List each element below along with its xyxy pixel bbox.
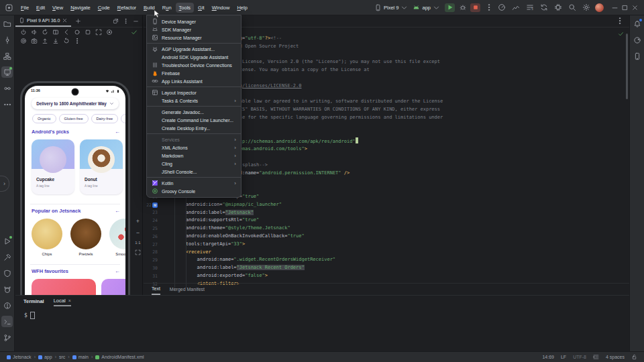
indent-widget[interactable]: 4 spaces bbox=[606, 355, 625, 359]
add-device-tab-icon[interactable] bbox=[75, 18, 81, 24]
recents-nav-icon[interactable] bbox=[85, 29, 91, 36]
tab-merged-manifest[interactable]: Merged Manifest bbox=[170, 284, 205, 295]
snack-card[interactable]: DonutA tag line bbox=[80, 139, 123, 194]
device-selector[interactable]: Pixel 9 bbox=[374, 4, 409, 11]
volume-icon[interactable] bbox=[31, 29, 38, 36]
minimize-icon[interactable] bbox=[133, 18, 139, 24]
more-h-tool[interactable] bbox=[1, 99, 13, 110]
assistant-chip-icon[interactable] bbox=[554, 3, 562, 11]
arrow-left-icon[interactable]: ← bbox=[115, 129, 120, 135]
avatar[interactable] bbox=[595, 3, 604, 12]
zoom-actual-button[interactable]: 1:1 bbox=[135, 241, 140, 245]
cat-tool[interactable] bbox=[1, 284, 13, 295]
menu-tools[interactable]: Tools bbox=[176, 3, 195, 13]
run-outline-tool[interactable] bbox=[1, 235, 13, 247]
record-icon[interactable] bbox=[106, 29, 113, 36]
more-v-icon[interactable] bbox=[123, 18, 129, 24]
menu-code[interactable]: Code bbox=[95, 3, 113, 13]
filter-chip[interactable]: Gluten-free bbox=[59, 114, 89, 123]
menu-file[interactable]: File bbox=[17, 3, 32, 13]
debug-button[interactable] bbox=[458, 3, 468, 12]
maximize-icon[interactable] bbox=[621, 4, 629, 11]
close-icon[interactable] bbox=[62, 17, 68, 23]
menu-run[interactable]: Run bbox=[159, 3, 175, 13]
snapshot-icon[interactable] bbox=[20, 38, 27, 44]
close-icon[interactable] bbox=[631, 4, 639, 11]
hammer-tool[interactable] bbox=[1, 251, 13, 263]
snack-card[interactable]: CupcakeA tag line bbox=[32, 139, 74, 194]
terminal-body[interactable]: $ bbox=[15, 306, 629, 319]
insights-icon[interactable] bbox=[512, 3, 520, 11]
filter-chip[interactable]: Organic bbox=[32, 114, 56, 123]
menu-item-create-desktop-entry[interactable]: Create Desktop Entry... bbox=[147, 124, 241, 132]
bot-tool[interactable] bbox=[1, 82, 13, 94]
shield-tool[interactable] bbox=[1, 267, 13, 279]
delivery-address-selector[interactable]: Delivery to 1600 Amphitheater Way bbox=[32, 98, 119, 109]
close-icon[interactable]: × bbox=[68, 298, 71, 303]
home-nav-icon[interactable] bbox=[74, 29, 80, 36]
history-icon[interactable] bbox=[63, 38, 70, 44]
rotate-icon[interactable] bbox=[42, 29, 48, 36]
arrow-left-icon[interactable]: ← bbox=[115, 268, 120, 274]
device-tab[interactable]: Pixel 9 API 36.0 bbox=[15, 15, 71, 27]
device-phone-tool[interactable] bbox=[631, 50, 643, 62]
menu-window[interactable]: Window bbox=[209, 3, 233, 13]
breadcrumb-item[interactable]: main bbox=[72, 355, 89, 359]
filter-chip[interactable]: Dairy-free bbox=[91, 114, 119, 123]
zoom-in-button[interactable]: + bbox=[136, 218, 140, 225]
menu-item-device-manager[interactable]: Device Manager bbox=[147, 17, 241, 25]
gutter-badge[interactable]: M bbox=[152, 202, 158, 208]
breadcrumb-item[interactable]: src bbox=[59, 355, 65, 359]
menu-item-app-links-assistant[interactable]: App Links Assistant bbox=[147, 77, 241, 85]
editor-scrollbar[interactable] bbox=[626, 34, 628, 99]
menu-item-sdk-manager[interactable]: SDK Manager bbox=[147, 25, 241, 34]
filter-chip[interactable]: Sweet bbox=[121, 114, 125, 123]
caret-position-widget[interactable]: 14:69 bbox=[542, 355, 554, 359]
stop-button[interactable] bbox=[470, 3, 480, 12]
menu-item-tasks-contexts[interactable]: Tasks & Contexts› bbox=[147, 97, 241, 105]
menu-item-create-command-line-launcher[interactable]: Create Command Line Launcher... bbox=[147, 116, 241, 124]
power-icon[interactable] bbox=[20, 29, 27, 36]
menu-item-markdown[interactable]: Markdown› bbox=[147, 152, 241, 160]
menu-item-kotlin[interactable]: Kotlin› bbox=[147, 179, 241, 187]
run-button[interactable] bbox=[445, 3, 455, 12]
bell-tool[interactable] bbox=[631, 18, 643, 29]
menu-help[interactable]: Help bbox=[233, 3, 250, 13]
gear-icon[interactable] bbox=[582, 3, 590, 11]
breadcrumb-item[interactable]: Jetsnack bbox=[7, 355, 32, 359]
download-icon[interactable] bbox=[52, 38, 59, 44]
menu-item-agp-upgrade-assistant[interactable]: AGP Upgrade Assistant... bbox=[147, 45, 241, 53]
zoom-fit-icon[interactable] bbox=[135, 249, 141, 255]
camera-icon[interactable] bbox=[31, 38, 38, 44]
minimize-icon[interactable] bbox=[611, 4, 619, 11]
commit-tool[interactable] bbox=[1, 34, 13, 46]
terminal-ic-tool[interactable] bbox=[1, 316, 13, 327]
gradle-tool[interactable] bbox=[631, 34, 643, 46]
search-icon[interactable] bbox=[568, 3, 576, 11]
terminal-tab[interactable]: Local × bbox=[54, 296, 71, 306]
menu-edit[interactable]: Edit bbox=[33, 3, 48, 13]
device-screen-tool[interactable] bbox=[1, 66, 13, 78]
zoom-out-button[interactable]: − bbox=[136, 229, 140, 236]
popular-item[interactable]: Pretzels bbox=[70, 219, 101, 256]
popular-item[interactable]: Chips bbox=[32, 219, 62, 256]
breadcrumb-item[interactable]: AndroidManifest.xml bbox=[95, 355, 144, 359]
menu-item-layout-inspector[interactable]: Layout Inspector bbox=[147, 88, 241, 97]
more-actions-icon[interactable] bbox=[485, 3, 493, 11]
run-configuration[interactable]: app bbox=[413, 4, 440, 11]
problem-tool[interactable] bbox=[1, 300, 13, 311]
menu-item-resource-manager[interactable]: Resource Manager bbox=[147, 34, 241, 42]
popular-item[interactable]: Smoothies bbox=[109, 219, 125, 256]
menu-item-jshell-console[interactable]: JShell Console... bbox=[147, 168, 241, 176]
menu-git[interactable]: Git bbox=[195, 3, 208, 13]
fold-icon[interactable] bbox=[52, 29, 59, 36]
open-window-icon[interactable] bbox=[113, 18, 119, 24]
screenshot-icon[interactable] bbox=[95, 29, 102, 36]
menu-item-cling[interactable]: Cling› bbox=[147, 160, 241, 168]
more-v-icon[interactable] bbox=[74, 38, 80, 44]
menu-item-xml-actions[interactable]: XML Actions› bbox=[147, 143, 241, 152]
menu-item-firebase[interactable]: Firebase bbox=[147, 69, 241, 77]
editor-tab-options-icon[interactable] bbox=[616, 17, 629, 25]
upload-icon[interactable] bbox=[42, 38, 48, 44]
breadcrumb-item[interactable]: app bbox=[38, 355, 52, 359]
